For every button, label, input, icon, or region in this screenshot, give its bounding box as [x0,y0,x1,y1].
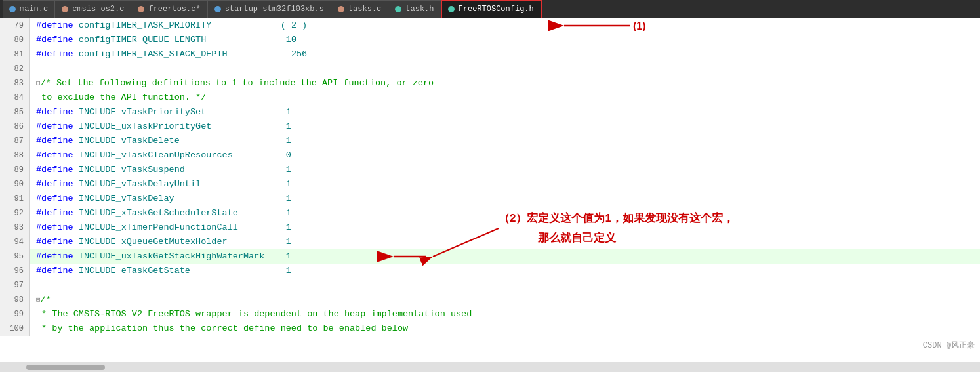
line-content-84: to exclude the API function. */ [30,91,980,105]
line-84: 84 to exclude the API function. */ [0,91,980,105]
code-area: 79 #define configTIMER_TASK_PRIORITY ( 2… [0,18,980,336]
line-content-91: #define INCLUDE_vTaskDelay 1 [30,192,980,206]
line-content-93: #define INCLUDE_xTimerPendFunctionCall 1 [30,220,980,235]
line-num-80: 80 [0,33,30,47]
line-content-85: #define INCLUDE_vTaskPrioritySet 1 [30,105,980,119]
line-content-96: #define INCLUDE_eTaskGetState 1 [30,264,980,278]
line-81: 81 #define configTIMER_TASK_STACK_DEPTH … [0,47,980,62]
line-100: 100 * by the application thus the correc… [0,321,980,336]
tab-freertos-config[interactable]: FreeRTOSConfig.h [441,0,541,18]
line-num-85: 85 [0,105,30,119]
line-92: 92 #define INCLUDE_xTaskGetSchedulerStat… [0,206,980,220]
line-num-84: 84 [0,91,30,105]
line-content-98: ⊟/* [30,293,980,307]
line-content-88: #define INCLUDE_vTaskCleanUpResources 0 [30,148,980,163]
line-94: 94 #define INCLUDE_xQueueGetMutexHolder … [0,235,980,249]
tab-bar: main.c cmsis_os2.c freertos.c* startup_s… [0,0,980,18]
line-content-97 [30,278,980,293]
line-num-96: 96 [0,264,30,278]
line-86: 86 #define INCLUDE_uxTaskPriorityGet 1 [0,119,980,134]
tab-label-freertos: freertos.c* [148,5,200,14]
tab-label-startup: startup_stm32f103xb.s [225,5,324,14]
tab-icon-tasks [338,6,344,12]
line-88: 88 #define INCLUDE_vTaskCleanUpResources… [0,148,980,163]
scrollbar-horizontal[interactable] [0,362,980,372]
line-content-80: #define configTIMER_QUEUE_LENGTH 10 [30,33,980,47]
line-82: 82 [0,62,980,76]
line-content-90: #define INCLUDE_vTaskDelayUntil 1 [30,177,980,192]
line-num-89: 89 [0,163,30,177]
line-95: 95 #define INCLUDE_uxTaskGetStackHighWat… [0,249,980,264]
line-96: 96 #define INCLUDE_eTaskGetState 1 [0,264,980,278]
tab-label-cmsis: cmsis_os2.c [72,5,124,14]
tab-label-tasks: tasks.c [348,5,381,14]
line-content-99: * The CMSIS-RTOS V2 FreeRTOS wrapper is … [30,307,980,321]
line-num-97: 97 [0,278,30,293]
line-97: 97 [0,278,980,293]
line-num-91: 91 [0,192,30,206]
tab-label-freertos-config: FreeRTOSConfig.h [459,5,534,14]
tab-icon-main [9,6,16,12]
line-91: 91 #define INCLUDE_vTaskDelay 1 [0,192,980,206]
line-num-99: 99 [0,307,30,321]
tab-startup[interactable]: startup_stm32f103xb.s [208,0,331,18]
tab-label-task-h: task.h [405,5,434,14]
scrollbar-thumb[interactable] [26,365,105,370]
line-93: 93 #define INCLUDE_xTimerPendFunctionCal… [0,220,980,235]
tab-main-c[interactable]: main.c [3,0,55,18]
line-num-95: 95 [0,249,30,264]
editor: 79 #define configTIMER_TASK_PRIORITY ( 2… [0,18,980,362]
line-79: 79 #define configTIMER_TASK_PRIORITY ( 2… [0,18,980,33]
line-content-89: #define INCLUDE_vTaskSuspend 1 [30,163,980,177]
line-content-81: #define configTIMER_TASK_STACK_DEPTH 256 [30,47,980,62]
line-num-88: 88 [0,148,30,163]
line-99: 99 * The CMSIS-RTOS V2 FreeRTOS wrapper … [0,307,980,321]
line-num-94: 94 [0,235,30,249]
line-num-81: 81 [0,47,30,62]
line-num-79: 79 [0,18,30,33]
line-89: 89 #define INCLUDE_vTaskSuspend 1 [0,163,980,177]
tab-icon-freertos [138,6,144,12]
line-content-100: * by the application thus the correct de… [30,321,980,336]
line-num-93: 93 [0,220,30,235]
line-83: 83 ⊟/* Set the following definitions to … [0,76,980,91]
line-content-83: ⊟/* Set the following definitions to 1 t… [30,76,980,91]
line-num-86: 86 [0,119,30,134]
line-num-82: 82 [0,62,30,76]
line-content-92: #define INCLUDE_xTaskGetSchedulerState 1 [30,206,980,220]
tab-cmsis-os2[interactable]: cmsis_os2.c [55,0,131,18]
line-85: 85 #define INCLUDE_vTaskPrioritySet 1 [0,105,980,119]
line-num-98: 98 [0,293,30,307]
tab-icon-task-h [395,6,401,12]
line-90: 90 #define INCLUDE_vTaskDelayUntil 1 [0,177,980,192]
line-num-87: 87 [0,134,30,148]
line-98: 98 ⊟/* [0,293,980,307]
tab-icon-startup [214,6,221,12]
line-content-82 [30,62,980,76]
line-num-90: 90 [0,177,30,192]
line-content-87: #define INCLUDE_vTaskDelete 1 [30,134,980,148]
tab-label-main: main.c [20,5,48,14]
tab-tasks-c[interactable]: tasks.c [331,0,388,18]
line-80: 80 #define configTIMER_QUEUE_LENGTH 10 [0,33,980,47]
line-content-79: #define configTIMER_TASK_PRIORITY ( 2 ) [30,18,980,33]
tab-task-h[interactable]: task.h [388,0,441,18]
line-num-92: 92 [0,206,30,220]
line-num-83: 83 [0,76,30,91]
line-87: 87 #define INCLUDE_vTaskDelete 1 [0,134,980,148]
tab-icon-freertos-config [448,6,455,12]
line-num-100: 100 [0,321,30,336]
csdn-watermark: CSDN @风正豪 [923,340,975,351]
line-content-86: #define INCLUDE_uxTaskPriorityGet 1 [30,119,980,134]
line-content-94: #define INCLUDE_xQueueGetMutexHolder 1 [30,235,980,249]
line-content-95: #define INCLUDE_uxTaskGetStackHighWaterM… [30,249,980,264]
tab-icon-cmsis [62,6,68,12]
tab-freertos-c[interactable]: freertos.c* [131,0,207,18]
